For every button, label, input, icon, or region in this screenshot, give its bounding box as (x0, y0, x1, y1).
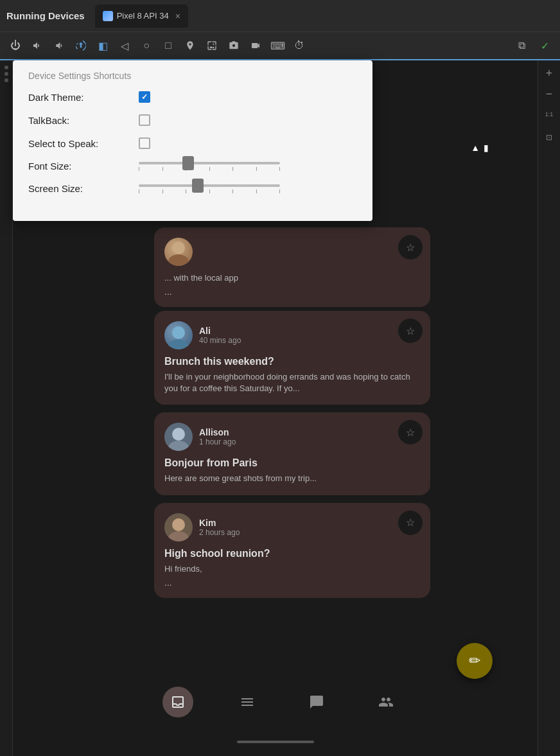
bottom-nav (26, 680, 538, 724)
home-btn[interactable]: ○ (136, 35, 157, 56)
ali-preview: I'll be in your neighborhood doing erran… (164, 371, 420, 394)
back-btn[interactable]: ◁ (114, 35, 135, 56)
partial-card: ... with the local app ... ☆ (154, 227, 430, 315)
kim-star-btn[interactable]: ☆ (398, 511, 423, 535)
kim-subject: High school reunion? (164, 548, 420, 559)
volume-up-btn[interactable] (27, 35, 48, 56)
screen-size-thumb[interactable] (192, 179, 204, 193)
talkback-checkbox[interactable] (139, 114, 150, 126)
ali-avatar (164, 321, 193, 349)
talkback-label: TalkBack: (28, 115, 131, 126)
stk1 (139, 189, 139, 193)
svg-point-0 (172, 242, 185, 254)
avatar-person1 (164, 238, 193, 266)
check-btn[interactable]: ✓ (534, 35, 555, 56)
message-card-kim[interactable]: Kim 2 hours ago ☆ High school reunion? H… (154, 503, 430, 598)
screen-size-label: Screen Size: (28, 183, 131, 194)
stk7 (279, 189, 280, 193)
tick1 (139, 167, 139, 171)
select-to-speak-checkbox[interactable] (139, 137, 150, 149)
stk2 (162, 189, 163, 193)
tab-label: Pixel 8 API 34 (117, 11, 169, 21)
svg-point-5 (172, 428, 185, 441)
tick4 (209, 167, 210, 171)
record-btn[interactable] (245, 35, 266, 56)
svg-point-2 (172, 326, 185, 339)
location-btn[interactable] (180, 35, 200, 56)
stk3 (186, 189, 186, 193)
sidebar-dot-2 (4, 72, 8, 76)
sidebar-dot-1 (4, 66, 8, 69)
stk6 (256, 189, 257, 193)
ali-subject: Brunch this weekend? (164, 356, 420, 367)
nav-list[interactable] (232, 687, 263, 717)
font-size-track (139, 162, 280, 164)
minus-btn[interactable]: − (541, 86, 557, 101)
display-btn[interactable]: ⧉ (511, 35, 532, 56)
tick2 (162, 167, 163, 171)
kim-time: 2 hours ago (199, 528, 240, 537)
dark-theme-checkbox[interactable] (139, 91, 150, 103)
keyboard-btn[interactable]: ⌨ (267, 35, 288, 56)
screen-size-track (139, 184, 280, 187)
kim-card-header: Kim 2 hours ago (164, 513, 420, 541)
scroll-indicator (237, 741, 314, 743)
top-bar: Running Devices Pixel 8 API 34 × (0, 0, 560, 32)
partial-star-btn[interactable]: ☆ (398, 235, 423, 259)
allison-preview: Here are some great shots from my trip..… (164, 473, 420, 484)
rotate-btn[interactable] (71, 35, 91, 56)
right-sidebar: + − 1:1 ⊡ (538, 60, 560, 756)
allison-subject: Bonjour from Paris (164, 457, 420, 469)
allison-card-header: Allison 1 hour ago (164, 423, 420, 451)
camera-btn[interactable] (223, 35, 244, 56)
tab-device-icon (103, 11, 113, 21)
svg-point-1 (168, 254, 189, 266)
battery-icon: ▮ (484, 143, 489, 153)
add-btn[interactable]: + (541, 66, 557, 81)
talkback-row: TalkBack: (28, 114, 357, 126)
power-btn[interactable]: ⏻ (5, 35, 26, 56)
compose-icon: ✏ (469, 653, 480, 669)
partial-ellipsis: ... (164, 286, 420, 297)
toolbar: ⏻ ◧ ◁ ○ □ ⌨ ⏱ ⧉ ✓ (0, 32, 560, 60)
ali-star-btn[interactable]: ☆ (398, 319, 423, 343)
app-title: Running Devices (6, 10, 85, 21)
timer-btn[interactable]: ⏱ (289, 35, 310, 56)
kim-avatar (164, 513, 193, 541)
nav-chat[interactable] (301, 687, 332, 717)
device-tab[interactable]: Pixel 8 API 34 × (95, 4, 188, 28)
svg-point-8 (172, 518, 185, 531)
tab-close-btn[interactable]: × (175, 11, 180, 21)
ali-time: 40 mins ago (199, 336, 241, 345)
sidebar-dot-3 (4, 78, 8, 82)
screenshot-btn[interactable] (202, 35, 222, 56)
overview-btn[interactable]: □ (158, 35, 179, 56)
dark-theme-label: Dark Theme: (28, 92, 131, 103)
volume-down-btn[interactable] (49, 35, 69, 56)
compose-fab-btn[interactable]: ✏ (457, 643, 493, 679)
tick5 (232, 167, 233, 171)
message-card-ali[interactable]: Ali 40 mins ago ☆ Brunch this weekend? I… (154, 311, 430, 405)
nav-inbox[interactable] (162, 687, 193, 717)
kim-sender: Kim (199, 518, 240, 528)
fold-btn[interactable]: ◧ (92, 35, 113, 56)
kim-preview: Hi friends, (164, 563, 420, 575)
tick7 (279, 167, 280, 171)
nav-contacts[interactable] (371, 687, 401, 717)
allison-avatar (164, 423, 193, 451)
kim-ellipsis: ... (164, 577, 420, 588)
main-area: Device Settings Shortcuts Dark Theme: Ta… (0, 60, 560, 756)
messages-list: Ali 40 mins ago ☆ Brunch this weekend? I… (154, 311, 430, 606)
select-to-speak-label: Select to Speak: (28, 138, 131, 149)
font-size-row: Font Size: (28, 161, 357, 171)
message-card-allison[interactable]: Allison 1 hour ago ☆ Bonjour from Paris … (154, 412, 430, 495)
font-size-label: Font Size: (28, 161, 131, 171)
stk5 (232, 189, 233, 193)
font-size-thumb[interactable] (182, 156, 194, 170)
select-to-speak-row: Select to Speak: (28, 137, 357, 149)
font-size-slider-container (139, 162, 357, 171)
device-settings-panel: Device Settings Shortcuts Dark Theme: Ta… (13, 60, 372, 221)
dark-theme-row: Dark Theme: (28, 91, 357, 103)
screen-btn[interactable]: ⊡ (541, 130, 557, 145)
allison-time: 1 hour ago (199, 437, 236, 446)
